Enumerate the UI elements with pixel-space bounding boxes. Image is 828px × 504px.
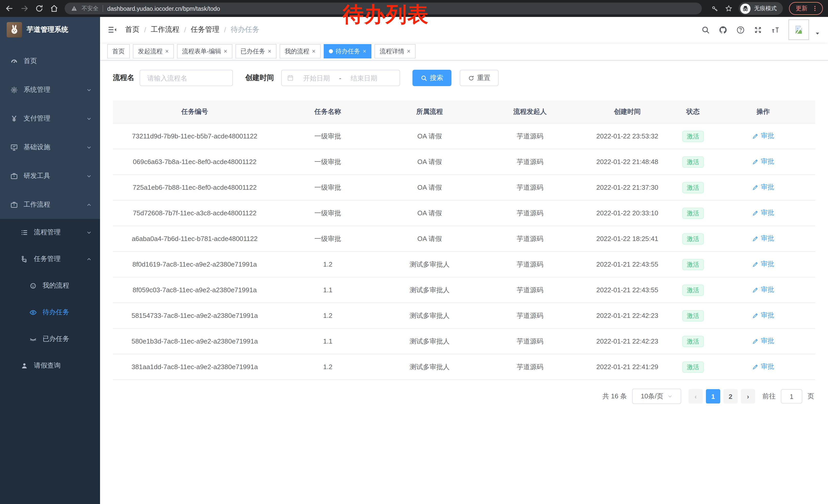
- cell-created: 2022-01-22 23:53:32: [580, 123, 675, 149]
- sidebar-item-6[interactable]: 流程管理: [0, 219, 100, 245]
- forward-icon[interactable]: [20, 4, 29, 13]
- breadcrumb-item[interactable]: 任务管理: [191, 25, 219, 34]
- cell-created: 2022-01-22 21:37:30: [580, 175, 675, 200]
- sidebar-item-11[interactable]: 请假查询: [0, 352, 100, 379]
- approve-label: 审批: [761, 132, 774, 141]
- tab-已办任务[interactable]: 已办任务×: [236, 44, 277, 58]
- avatar-caret-icon[interactable]: [815, 31, 820, 36]
- approve-link[interactable]: 审批: [752, 234, 774, 243]
- page-button-1[interactable]: 1: [706, 389, 720, 404]
- approve-link[interactable]: 审批: [752, 311, 774, 320]
- sidebar-item-10[interactable]: 已办任务: [0, 326, 100, 352]
- task-table: 任务编号任务名称所属流程流程发起人创建时间状态操作 73211d9d-7b9b-…: [113, 100, 815, 380]
- cell-status: 激活: [675, 200, 711, 226]
- sidebar-item-label: 我的流程: [43, 281, 69, 290]
- approve-link[interactable]: 审批: [752, 336, 774, 346]
- close-icon[interactable]: ×: [224, 48, 227, 54]
- avatar[interactable]: [788, 19, 809, 40]
- approve-link[interactable]: 审批: [752, 209, 774, 218]
- tab-待办任务[interactable]: 待办任务×: [324, 44, 371, 58]
- close-icon[interactable]: ×: [268, 48, 272, 54]
- reload-icon[interactable]: [35, 4, 44, 13]
- cell-action: 审批: [711, 277, 815, 303]
- process-name-input[interactable]: [146, 74, 226, 82]
- page-button-2[interactable]: 2: [723, 389, 738, 404]
- sidebar-item-3[interactable]: 基础设施: [0, 133, 100, 162]
- cell-process: OA 请假: [379, 149, 480, 175]
- approve-label: 审批: [761, 209, 774, 218]
- home-icon[interactable]: [50, 4, 58, 13]
- close-icon[interactable]: ×: [363, 48, 366, 54]
- breadcrumb-separator: /: [224, 26, 226, 34]
- sidebar-item-0[interactable]: 首页: [0, 47, 100, 75]
- search-button[interactable]: 搜索: [412, 70, 451, 86]
- pencil-icon: [752, 210, 759, 216]
- pencil-icon: [752, 261, 759, 268]
- breadcrumb-item[interactable]: 工作流程: [151, 25, 179, 34]
- start-date-input[interactable]: [297, 74, 336, 82]
- security-label[interactable]: 不安全: [82, 5, 98, 12]
- search-icon[interactable]: [701, 26, 710, 34]
- github-icon[interactable]: [719, 26, 728, 34]
- column-header: 所属流程: [379, 100, 480, 123]
- prev-page-button[interactable]: ‹: [689, 389, 703, 404]
- sidebar-item-8[interactable]: 我的流程: [0, 272, 100, 299]
- status-badge: 激活: [682, 156, 704, 168]
- briefcase-icon: [10, 172, 18, 180]
- approve-link[interactable]: 审批: [752, 362, 774, 371]
- security-warning-icon[interactable]: [71, 5, 78, 12]
- sidebar-item-1[interactable]: 系统管理: [0, 75, 100, 104]
- close-icon[interactable]: ×: [312, 48, 316, 54]
- filter-form: 流程名 创建时间 - 搜索: [113, 70, 815, 86]
- cell-process: OA 请假: [379, 200, 480, 226]
- font-size-icon[interactable]: [771, 26, 780, 34]
- close-icon[interactable]: ×: [165, 48, 169, 54]
- approve-link[interactable]: 审批: [752, 285, 774, 294]
- goto-page-input[interactable]: [781, 389, 802, 404]
- end-date-input[interactable]: [344, 74, 383, 82]
- tab-发起流程[interactable]: 发起流程×: [133, 44, 174, 58]
- approve-link[interactable]: 审批: [752, 132, 774, 141]
- chevron-down-icon: [86, 116, 92, 121]
- sidebar-fold-icon[interactable]: [108, 25, 117, 34]
- key-icon[interactable]: [711, 5, 719, 12]
- back-icon[interactable]: [5, 4, 14, 13]
- yen-icon: [10, 114, 18, 122]
- cell-id: a6aba0a4-7b6d-11ec-b781-acde48001122: [113, 226, 277, 251]
- sidebar-item-7[interactable]: 任务管理: [0, 245, 100, 272]
- breadcrumb-item[interactable]: 首页: [125, 25, 139, 34]
- fullscreen-icon[interactable]: [754, 26, 762, 34]
- bookmark-star-icon[interactable]: [725, 5, 733, 12]
- reset-button[interactable]: 重置: [460, 70, 499, 86]
- sidebar: 芋道管理系统 首页系统管理支付管理基础设施研发工具工作流程流程管理任务管理我的流…: [0, 17, 100, 504]
- help-icon[interactable]: [736, 26, 745, 34]
- briefcase-icon: [10, 201, 18, 209]
- sidebar-item-2[interactable]: 支付管理: [0, 104, 100, 133]
- next-page-button[interactable]: ›: [741, 389, 755, 404]
- page-size-select[interactable]: 10条/页: [632, 388, 681, 404]
- app-logo-row[interactable]: 芋道管理系统: [0, 17, 100, 43]
- cell-name: 1.2: [277, 354, 379, 380]
- tab-label: 待办任务: [335, 47, 360, 56]
- sidebar-item-5[interactable]: 工作流程: [0, 190, 100, 219]
- close-icon[interactable]: ×: [407, 48, 410, 54]
- tab-流程详情[interactable]: 流程详情×: [374, 44, 416, 58]
- approve-link[interactable]: 审批: [752, 260, 774, 269]
- approve-link[interactable]: 审批: [752, 183, 774, 192]
- user-icon: [20, 362, 28, 369]
- url-text[interactable]: dashboard.yudao.iocoder.cn/bpm/task/todo: [107, 5, 220, 11]
- browser-menu-icon[interactable]: [812, 5, 818, 12]
- sidebar-item-4[interactable]: 研发工具: [0, 162, 100, 190]
- tab-我的流程[interactable]: 我的流程×: [280, 44, 321, 58]
- approve-link[interactable]: 审批: [752, 157, 774, 166]
- update-button[interactable]: 更新: [789, 2, 823, 15]
- tab-首页[interactable]: 首页: [107, 44, 130, 58]
- cell-id: 73211d9d-7b9b-11ec-b5b7-acde48001122: [113, 123, 277, 149]
- eye-icon: [29, 308, 37, 316]
- process-name-label: 流程名: [113, 73, 134, 83]
- cell-created: 2022-01-21 22:43:55: [580, 277, 675, 303]
- screen: 不安全 dashboard.yudao.iocoder.cn/bpm/task/…: [0, 0, 828, 504]
- tab-流程表单-编辑[interactable]: 流程表单-编辑×: [177, 44, 233, 58]
- cell-created: 2022-01-21 22:43:55: [580, 251, 675, 277]
- sidebar-item-9[interactable]: 待办任务: [0, 299, 100, 326]
